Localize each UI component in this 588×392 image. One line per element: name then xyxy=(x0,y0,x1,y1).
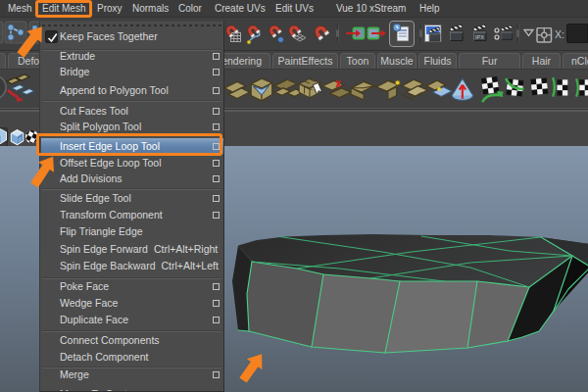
shelf-poly-cube-icon[interactable] xyxy=(251,78,272,101)
menu-separator xyxy=(42,100,221,101)
shelf-tab-ncloth[interactable]: nCloth xyxy=(563,53,588,69)
annotation-box-edit-mesh xyxy=(35,0,92,18)
snap-to-grid-icon[interactable] xyxy=(224,24,241,42)
ipr-render-icon[interactable]: IPX xyxy=(473,24,486,41)
menu-vue-xstream[interactable]: Vue 10 xStream xyxy=(336,0,406,18)
menu-separator xyxy=(42,188,221,189)
menu-proxy[interactable]: Proxy xyxy=(97,0,122,18)
option-box-icon[interactable] xyxy=(213,175,220,182)
construction-history-button[interactable] xyxy=(389,21,415,47)
menu-item-transform-component[interactable]: Transform Component xyxy=(40,207,223,223)
construction-history-icon xyxy=(390,22,414,46)
shelf-checker-arrows-icon[interactable] xyxy=(553,77,567,96)
main-menu-bar: Mesh Edit Mesh Proxy Normals Color Creat… xyxy=(0,0,588,18)
option-box-icon[interactable] xyxy=(213,371,220,378)
menu-mesh[interactable]: Mesh xyxy=(8,0,31,18)
menu-item-spin-edge-backward[interactable]: Spin Edge BackwardCtrl+Alt+Left xyxy=(40,258,223,274)
shelf-partial-icon[interactable] xyxy=(576,78,588,96)
x-coordinate-input[interactable] xyxy=(566,24,588,43)
shelf-tab-edge[interactable] xyxy=(0,53,6,69)
snap-to-points-icon[interactable] xyxy=(268,24,283,42)
annotation-arrow-edit-mesh xyxy=(12,22,53,65)
menu-separator xyxy=(42,330,221,331)
menu-tearoff-handle[interactable] xyxy=(42,24,221,26)
menu-item-bridge[interactable]: Bridge xyxy=(40,64,223,80)
snap-to-curves-icon[interactable] xyxy=(246,24,261,44)
menu-edit-uvs[interactable]: Edit UVs xyxy=(275,0,314,18)
menu-item-offset-edge-loop-tool[interactable]: Offset Edge Loop Tool xyxy=(40,155,223,172)
shelf-bevel-icon[interactable] xyxy=(351,81,374,99)
menu-item-merge-to-center[interactable]: Merge To Center xyxy=(40,386,223,392)
shelf-merge-vertex-icon[interactable] xyxy=(426,80,452,96)
option-box-icon[interactable] xyxy=(213,317,220,323)
edit-mesh-menu: Keep Faces Together Extrude Bridge Appen… xyxy=(39,21,224,392)
shelf-tab-hair[interactable]: Hair xyxy=(522,53,561,69)
menu-color[interactable]: Color xyxy=(178,0,202,18)
shelf-transfer-attributes-icon[interactable] xyxy=(7,74,34,102)
option-box-icon[interactable] xyxy=(213,87,220,94)
menu-help[interactable]: Help xyxy=(419,0,440,18)
input-connections-icon[interactable] xyxy=(346,28,365,39)
menu-item-detach-component[interactable]: Detach Component xyxy=(40,349,223,366)
menu-item-slide-edge-tool[interactable]: Slide Edge Tool xyxy=(40,190,223,207)
annotation-arrow-viewport xyxy=(233,347,274,388)
menu-item-flip-triangle-edge[interactable]: Flip Triangle Edge xyxy=(40,223,223,240)
menu-item-add-divisions[interactable]: Add Divisions xyxy=(40,171,223,187)
shelf-tab-muscle[interactable]: Muscle xyxy=(377,53,416,69)
render-current-frame-icon[interactable] xyxy=(450,24,463,41)
snap-together-icon[interactable] xyxy=(537,28,552,43)
option-box-icon[interactable] xyxy=(213,123,220,130)
shaded-mode-cube-icon[interactable] xyxy=(12,130,23,144)
menu-normals[interactable]: Normals xyxy=(132,0,169,18)
maya-window: IPX X: Deformation Rendering xyxy=(0,0,588,392)
shelf-checker-green-icon[interactable] xyxy=(504,78,524,96)
shelf-tab-fluids[interactable]: Fluids xyxy=(418,53,457,69)
shelf-batch-render-icon[interactable] xyxy=(479,75,505,102)
shelf-extrude-face-icon[interactable] xyxy=(376,80,400,100)
statusline-separator[interactable] xyxy=(418,24,423,42)
output-connections-icon[interactable] xyxy=(368,28,387,39)
hotkey-label: Ctrl+Alt+Right xyxy=(154,243,218,255)
shelf-mirror-icon[interactable] xyxy=(322,80,351,97)
x-coordinate-label: X: xyxy=(555,28,564,40)
option-box-icon[interactable] xyxy=(213,160,220,167)
menu-item-cut-faces-tool[interactable]: Cut Faces Tool xyxy=(40,103,223,120)
option-box-icon[interactable] xyxy=(213,300,220,307)
statusline-separator[interactable] xyxy=(335,24,340,42)
statusline-separator[interactable] xyxy=(515,24,520,42)
partial-left-button[interactable] xyxy=(0,22,3,43)
option-box-icon[interactable] xyxy=(213,283,220,290)
shelf-split-icon[interactable] xyxy=(402,79,427,100)
shelf-tab-painteffects[interactable]: PaintEffects xyxy=(272,53,338,69)
menu-create-uvs[interactable]: Create UVs xyxy=(215,0,266,18)
shelf-partial-sphere-icon[interactable] xyxy=(0,75,6,99)
shelf-tab-toon[interactable]: Toon xyxy=(340,53,375,69)
menu-item-keep-faces-together[interactable]: Keep Faces Together xyxy=(40,28,223,45)
shaded-cube-partial-icon[interactable] xyxy=(0,129,6,143)
menu-item-duplicate-face[interactable]: Duplicate Face xyxy=(40,312,223,328)
menu-item-poke-face[interactable]: Poke Face xyxy=(40,278,223,295)
option-box-icon[interactable] xyxy=(213,53,220,60)
shelf-smooth-icon[interactable] xyxy=(299,78,322,97)
menu-item-wedge-face[interactable]: Wedge Face xyxy=(40,295,223,312)
hotkey-label: Ctrl+Alt+Left xyxy=(161,260,218,271)
shelf-cone-red-arrow-icon[interactable] xyxy=(452,78,473,100)
snap-to-view-planes-icon[interactable] xyxy=(287,24,306,41)
option-box-icon[interactable] xyxy=(213,69,220,75)
render-view-icon[interactable] xyxy=(425,25,442,42)
menu-item-merge[interactable]: Merge xyxy=(40,367,223,383)
menu-item-connect-components[interactable]: Connect Components xyxy=(40,332,223,349)
sidebar-dropdown-icon[interactable] xyxy=(524,30,533,36)
shelf-checker-plain-icon[interactable] xyxy=(530,77,548,95)
option-box-icon[interactable] xyxy=(213,108,220,115)
menu-item-extrude[interactable]: Extrude xyxy=(40,48,223,65)
menu-item-spin-edge-forward[interactable]: Spin Edge ForwardCtrl+Alt+Right xyxy=(40,241,223,258)
option-box-icon[interactable] xyxy=(213,195,220,202)
shelf-tab-fur[interactable]: Fur xyxy=(459,53,520,69)
poly-disc-mesh[interactable] xyxy=(232,234,588,353)
option-box-icon[interactable] xyxy=(213,212,220,219)
shelf-poly-plane-icon[interactable] xyxy=(224,81,250,98)
make-live-icon[interactable] xyxy=(313,24,329,40)
render-settings-icon[interactable] xyxy=(495,25,513,40)
menu-item-append-to-polygon-tool[interactable]: Append to Polygon Tool xyxy=(40,82,223,99)
